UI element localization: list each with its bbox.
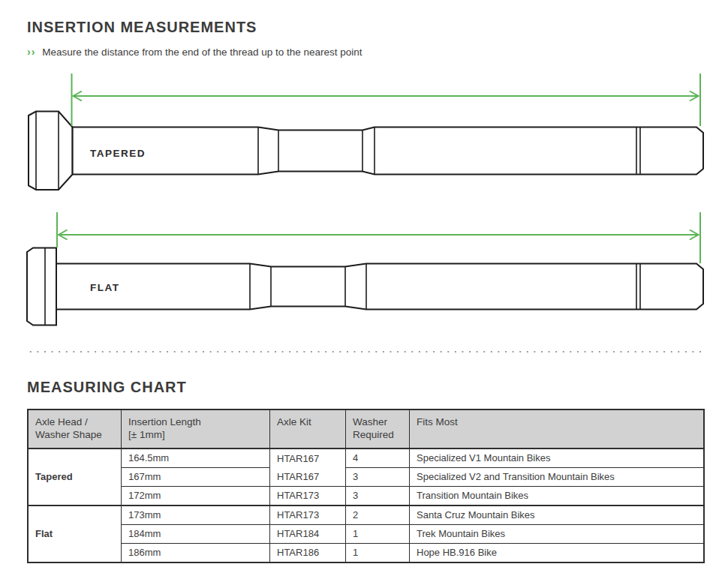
length-cell: 167mm: [122, 468, 270, 487]
section-title-measuring-chart: MEASURING CHART: [27, 379, 187, 396]
dotted-divider: [27, 350, 702, 353]
page: { "page": { "section1_title": "INSERTION…: [0, 0, 728, 582]
flat-label: FLAT: [90, 282, 120, 293]
tapered-axle-head: [29, 112, 73, 190]
col-header-axle-head-washer-shape: Axle Head / Washer Shape: [29, 410, 122, 449]
kit-cell: HTAR173: [270, 506, 346, 525]
length-cell: 172mm: [122, 487, 270, 506]
length-cell: 173mm: [122, 506, 270, 525]
length-cell: 186mm: [122, 544, 270, 562]
header-line: [± 1mm]: [128, 428, 265, 441]
fits-cell: Trek Mountain Bikes: [410, 525, 703, 544]
instruction-line: ››Measure the distance from the end of t…: [27, 46, 362, 58]
tapered-axle-shaft: [73, 128, 704, 175]
table-row: 172mm HTAR173 3 Transition Mountain Bike…: [29, 487, 703, 506]
washer-cell: 3: [346, 468, 410, 487]
flat-axle-shaft-segments: [250, 264, 640, 310]
flat-axle-head: [27, 248, 56, 326]
header-row: Axle Head / Washer Shape Insertion Lengt…: [29, 410, 703, 449]
kit-cell: HTAR167: [270, 449, 346, 468]
shape-cell-tapered: Tapered: [29, 449, 122, 506]
measuring-chart-table: Axle Head / Washer Shape Insertion Lengt…: [27, 409, 705, 563]
fits-cell: Hope HB.916 Bike: [410, 544, 703, 562]
section-title-insertion-measurements: INSERTION MEASUREMENTS: [27, 19, 257, 36]
header-line: Axle Head /: [35, 416, 116, 428]
table-row: 184mm HTAR184 1 Trek Mountain Bikes: [29, 525, 703, 544]
flat-dimension-extension-lines: [57, 212, 700, 263]
kit-cell: HTAR186: [270, 544, 346, 562]
flat-axle-drawing: [27, 248, 703, 326]
tapered-dimension-extension-lines: [72, 74, 701, 126]
tapered-label: TAPERED: [90, 148, 146, 159]
table-row: Flat 173mm HTAR173 2 Santa Cruz Mountain…: [29, 506, 703, 525]
table-row: 167mm HTAR167 3 Specialized V2 and Trans…: [29, 468, 703, 487]
length-cell: 164.5mm: [122, 449, 270, 468]
kit-cell: HTAR184: [270, 525, 346, 544]
washer-cell: 1: [346, 544, 410, 562]
fits-cell: Santa Cruz Mountain Bikes: [410, 506, 703, 525]
fits-cell: Specialized V2 and Transition Mountain B…: [410, 468, 703, 487]
table-row: 186mm HTAR186 1 Hope HB.916 Bike: [29, 544, 703, 562]
length-cell: 184mm: [122, 525, 270, 544]
table-row: Tapered 164.5mm HTAR167 4 Specialized V1…: [29, 449, 703, 468]
flat-axle-shaft: [56, 264, 703, 310]
header-line: Insertion Length: [128, 416, 265, 428]
measuring-chart: Axle Head / Washer Shape Insertion Lengt…: [27, 409, 705, 563]
washer-cell: 4: [346, 449, 410, 468]
header-line: Required: [353, 428, 405, 441]
washer-cell: 3: [346, 487, 410, 506]
header-line: Washer: [353, 416, 405, 428]
fits-cell: Specialized V1 Mountain Bikes: [410, 449, 703, 468]
fits-cell: Transition Mountain Bikes: [410, 487, 703, 506]
header-line: Axle Kit: [277, 416, 341, 428]
flat-dimension-arrow: [57, 212, 700, 263]
washer-cell: 2: [346, 506, 410, 525]
kit-cell: HTAR167: [270, 468, 346, 487]
col-header-fits-most: Fits Most: [410, 410, 703, 449]
col-header-insertion-length: Insertion Length [± 1mm]: [122, 410, 270, 449]
kit-cell: HTAR173: [270, 487, 346, 506]
washer-cell: 1: [346, 525, 410, 544]
instruction-text: Measure the distance from the end of the…: [42, 46, 362, 58]
axle-diagrams: TAPERED FLAT: [0, 68, 728, 345]
header-line: Washer Shape: [35, 428, 116, 441]
header-line: Fits Most: [417, 416, 699, 428]
tapered-dimension-arrow: [72, 74, 701, 126]
tapered-axle-shaft-segments: [258, 128, 640, 175]
col-header-axle-kit: Axle Kit: [270, 410, 346, 449]
double-chevron-icon: ››: [27, 46, 35, 58]
shape-cell-flat: Flat: [29, 506, 122, 562]
col-header-washer-required: Washer Required: [346, 410, 410, 449]
